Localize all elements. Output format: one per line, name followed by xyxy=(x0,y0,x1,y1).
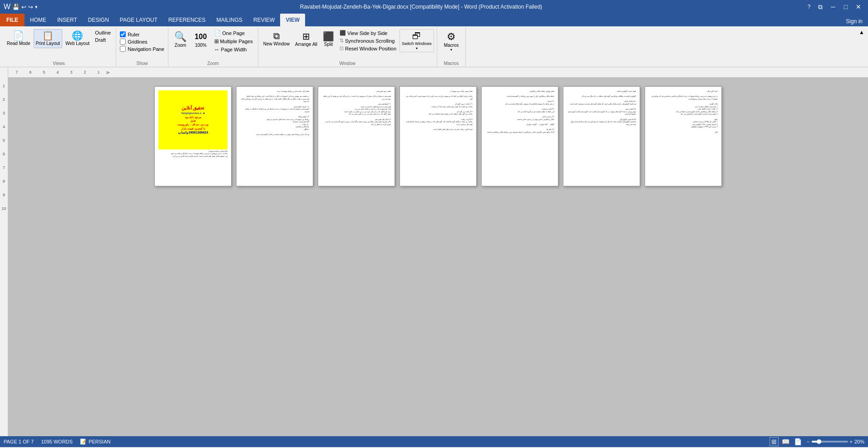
page-width-btn[interactable]: ↔ Page Width xyxy=(212,45,255,54)
page-5-text: فصل چهارم: رابطه شکار و شکارچی رابطه شکا… xyxy=(485,90,554,134)
read-mode-icon: 📄 xyxy=(13,31,24,40)
tab-file[interactable]: FILE xyxy=(0,14,25,26)
zoom-small-col: 📄 One Page ⊞ Multiple Pages ↔ Page Width xyxy=(212,29,255,54)
zoom-slider[interactable]: − + 20% xyxy=(807,439,864,444)
zoom-btn[interactable]: 🔍 Zoom xyxy=(171,29,190,50)
language-label: PERSIAN xyxy=(89,439,110,444)
new-window-btn[interactable]: ⧉ New Window xyxy=(261,29,292,48)
outline-btn[interactable]: Outline xyxy=(93,29,113,36)
zoom-thumb[interactable] xyxy=(817,439,821,444)
reading-view-icon[interactable]: 📖 xyxy=(780,438,791,446)
ruler-mark-2: 2 xyxy=(78,70,92,75)
reset-window-icon: ⊡ xyxy=(340,45,344,51)
macros-btn[interactable]: ⚙ Macros ▾ xyxy=(440,29,463,54)
page-7-text: نتیجه گیری کلی در این پژوهش به بررسی روا… xyxy=(649,90,718,134)
normal-view-icon[interactable]: ⊞ xyxy=(769,437,779,446)
zoom-100-btn[interactable]: 100 100% xyxy=(191,29,211,50)
pages-row: تحقیق آنلاین Tahghighonline.ir ◄ مرجع دا… xyxy=(154,86,722,186)
switch-windows-btn[interactable]: 🗗 Switch Windows ▾ xyxy=(399,29,434,52)
page-2-text: فصل اول: مقدمه ای بر روابط موجودات زنده … xyxy=(240,90,309,136)
zoom-in-icon[interactable]: + xyxy=(850,439,853,444)
tab-mailings[interactable]: MAILINGS xyxy=(211,14,248,26)
macros-group-content: ⚙ Macros ▾ xyxy=(440,29,463,60)
ribbon-group-zoom: 🔍 Zoom 100 100% 📄 One Page ⊞ xyxy=(168,27,258,67)
page-1-content: تحقیق آنلاین Tahghighonline.ir ◄ مرجع دا… xyxy=(155,87,231,186)
tab-references[interactable]: REFERENCES xyxy=(163,14,211,26)
draft-btn[interactable]: Draft xyxy=(93,36,113,44)
page-info: PAGE 1 OF 7 xyxy=(4,439,34,444)
maximize-btn[interactable]: □ xyxy=(840,2,852,11)
tab-view[interactable]: VIEW xyxy=(280,14,305,26)
page-width-icon: ↔ xyxy=(214,46,220,53)
word-icon: W xyxy=(4,3,10,11)
arrange-all-btn[interactable]: ⊞ Arrange All xyxy=(293,29,320,49)
v-ruler-1: 1 xyxy=(0,79,8,93)
help-btn[interactable]: ? xyxy=(804,2,814,11)
tab-design[interactable]: DESIGN xyxy=(83,14,114,26)
document-area: 1 2 3 4 5 6 7 8 9 10 تحقیق آنلاین Tahghi… xyxy=(0,77,868,436)
tab-review[interactable]: REVIEW xyxy=(248,14,280,26)
status-right: ⊞ 📖 📄 − + 20% xyxy=(769,437,864,446)
one-page-label: One Page xyxy=(222,30,245,36)
print-layout-icon: 📋 xyxy=(42,31,54,40)
word-count-label: 1095 WORDS xyxy=(41,439,73,444)
close-btn[interactable]: ✕ xyxy=(853,2,864,11)
sign-in-btn[interactable]: Sign in xyxy=(840,16,868,26)
window-small-col: ⬛ View Side by Side ⇅ Synchronous Scroll… xyxy=(337,29,399,52)
zoom-track[interactable] xyxy=(812,441,848,443)
gridlines-checkbox-row[interactable]: Gridlines xyxy=(119,38,165,45)
reset-window-btn[interactable]: ⊡ Reset Window Position xyxy=(337,45,399,52)
v-ruler-5: 5 xyxy=(0,134,8,147)
window-group-label: Window xyxy=(261,60,434,66)
ruler-checkbox-row[interactable]: Ruler xyxy=(119,31,165,38)
ruler-checkbox[interactable] xyxy=(120,31,126,37)
ad-line3: ورد-پی دی اف - پاورپوینت xyxy=(178,123,208,126)
language-item: 📝 PERSIAN xyxy=(80,438,110,445)
page-view-icon[interactable]: 📄 xyxy=(793,438,803,446)
web-layout-icon: 🌐 xyxy=(72,31,83,40)
page-3-text: فصل دوم: همزیستی همزیستی به معنای زندگی … xyxy=(322,90,391,126)
quick-undo[interactable]: ↩ xyxy=(21,4,26,10)
split-btn[interactable]: ⬛ Split xyxy=(321,29,336,49)
ribbon-group-show: Ruler Gridlines Navigation Pane Show xyxy=(116,27,168,67)
ribbon-group-macros: ⚙ Macros ▾ Macros xyxy=(437,27,466,67)
ad-line4: با کمترین قیمت بازار xyxy=(181,127,205,130)
view-side-by-side-btn[interactable]: ⬛ View Side by Side xyxy=(337,29,399,37)
split-label: Split xyxy=(324,42,333,47)
print-layout-label: Print Layout xyxy=(36,41,60,46)
collapse-ribbon-btn[interactable]: ▲ xyxy=(857,27,866,67)
web-layout-btn[interactable]: 🌐 Web Layout xyxy=(63,29,92,48)
zoom-out-icon[interactable]: − xyxy=(807,439,809,444)
v-ruler-7: 7 xyxy=(0,161,8,174)
page-5-content: فصل چهارم: رابطه شکار و شکارچی رابطه شکا… xyxy=(482,87,558,186)
quick-save[interactable]: 💾 xyxy=(12,4,20,10)
ad-line1: مرجع دانلـــود xyxy=(185,115,201,119)
document-scroll-area[interactable]: تحقیق آنلاین Tahghighonline.ir ◄ مرجع دا… xyxy=(8,77,868,436)
tab-home[interactable]: HOME xyxy=(25,14,52,26)
multiple-pages-label: Multiple Pages xyxy=(220,39,253,44)
read-mode-btn[interactable]: 📄 Read Mode xyxy=(5,29,33,48)
quick-redo[interactable]: ↪ xyxy=(28,4,33,10)
side-by-side-label: View Side by Side xyxy=(347,30,387,36)
gridlines-checkbox[interactable] xyxy=(120,39,126,45)
page-2: فصل اول: مقدمه ای بر روابط موجودات زنده … xyxy=(236,86,313,186)
page-6-text: فصل پنجم: اکولوژی جامعه اکولوژی جامعه به… xyxy=(567,90,636,126)
status-bar: PAGE 1 OF 7 1095 WORDS 📝 PERSIAN ⊞ 📖 📄 −… xyxy=(0,436,868,447)
v-ruler-3: 3 xyxy=(0,106,8,120)
v-ruler-8: 8 xyxy=(0,174,8,188)
tab-insert[interactable]: INSERT xyxy=(52,14,83,26)
nav-pane-checkbox[interactable] xyxy=(120,46,126,52)
minimize-btn[interactable]: ─ xyxy=(827,2,839,11)
multiple-pages-btn[interactable]: ⊞ Multiple Pages xyxy=(212,37,255,45)
restore-btn[interactable]: ⧉ xyxy=(814,2,826,11)
new-window-icon: ⧉ xyxy=(273,31,280,41)
split-icon: ⬛ xyxy=(323,31,334,42)
macros-icon: ⚙ xyxy=(447,31,456,43)
title-bar-left: W 💾 ↩ ↪ ▾ xyxy=(4,3,38,11)
print-layout-btn[interactable]: 📋 Print Layout xyxy=(34,29,62,48)
ad-url: Tahghighonline.ir ◄ xyxy=(181,111,205,115)
nav-pane-checkbox-row[interactable]: Navigation Pane xyxy=(119,45,165,52)
sync-scroll-btn[interactable]: ⇅ Synchronous Scrolling xyxy=(337,37,399,45)
tab-page-layout[interactable]: PAGE LAYOUT xyxy=(114,14,163,26)
one-page-btn[interactable]: 📄 One Page xyxy=(212,29,255,37)
